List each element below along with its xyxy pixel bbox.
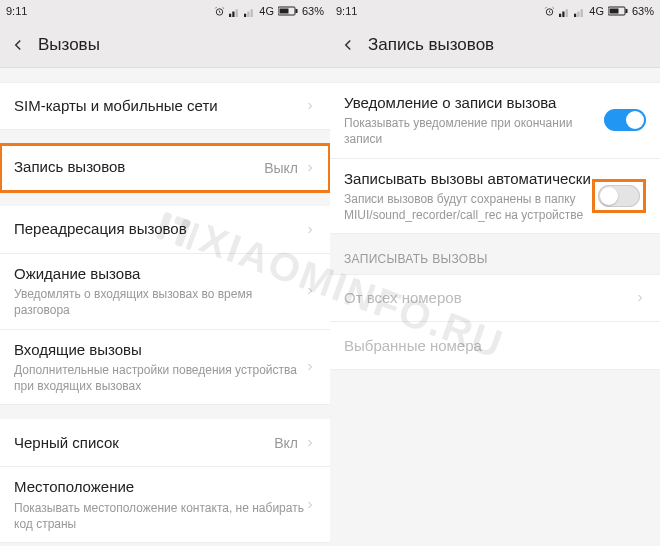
row-title: Местоположение	[14, 477, 304, 497]
svg-rect-4	[244, 13, 246, 16]
status-indicators: 4G 63%	[214, 5, 324, 17]
row-title: Черный список	[14, 433, 274, 453]
row-auto-record[interactable]: Записывать вызовы автоматически Записи в…	[330, 159, 660, 235]
signal-icon	[229, 6, 240, 17]
row-title: Записывать вызовы автоматически	[344, 169, 592, 189]
signal2-icon	[244, 6, 255, 17]
row-title: SIM-карты и мобильные сети	[14, 96, 304, 116]
toggle-auto-record[interactable]	[598, 185, 640, 207]
status-bar: 9:11 4G 63%	[0, 0, 330, 22]
settings-row[interactable]: МестоположениеПоказывать местоположение …	[0, 467, 330, 543]
network-label: 4G	[589, 5, 604, 17]
svg-rect-19	[625, 9, 627, 13]
settings-row[interactable]: Входящие вызовыДополнительные настройки …	[0, 330, 330, 406]
battery-icon	[278, 6, 298, 16]
status-time: 9:11	[336, 5, 357, 17]
svg-rect-15	[578, 11, 580, 17]
title-bar: Запись вызовов	[330, 22, 660, 68]
chevron-right-icon	[304, 361, 316, 373]
signal-icon	[559, 6, 570, 17]
svg-rect-13	[566, 9, 568, 17]
alarm-icon	[214, 6, 225, 17]
chevron-left-icon	[339, 36, 357, 54]
svg-rect-5	[248, 11, 250, 17]
svg-rect-3	[236, 9, 238, 17]
settings-row[interactable]: Запись вызововВыкл	[0, 144, 330, 192]
network-label: 4G	[259, 5, 274, 17]
row-title: Ожидание вызова	[14, 264, 304, 284]
svg-rect-18	[609, 9, 618, 14]
back-button[interactable]	[336, 33, 360, 57]
row-title: От всех номеров	[344, 288, 634, 308]
chevron-right-icon	[304, 224, 316, 236]
svg-rect-8	[279, 9, 288, 14]
svg-rect-9	[295, 9, 297, 13]
settings-row[interactable]: Ожидание вызоваУведомлять о входящих выз…	[0, 254, 330, 330]
battery-icon	[608, 6, 628, 16]
toggle-recording-notification[interactable]	[604, 109, 646, 131]
section-header-record-calls: ЗАПИСЫВАТЬ ВЫЗОВЫ	[330, 234, 660, 274]
chevron-right-icon	[634, 292, 646, 304]
chevron-right-icon	[304, 162, 316, 174]
settings-row[interactable]: SIM-карты и мобильные сети	[0, 82, 330, 130]
svg-rect-14	[574, 13, 576, 16]
chevron-right-icon	[304, 100, 316, 112]
svg-rect-2	[233, 11, 235, 17]
svg-rect-6	[251, 9, 253, 17]
settings-list: SIM-карты и мобильные сетиЗапись вызовов…	[0, 68, 330, 546]
status-time: 9:11	[6, 5, 27, 17]
row-recording-notification[interactable]: Уведомление о записи вызова Показывать у…	[330, 82, 660, 159]
screen-calls: 9:11 4G 63% Вызовы SIM-карты и мобильные…	[0, 0, 330, 546]
battery-pct: 63%	[632, 5, 654, 17]
row-title: Входящие вызовы	[14, 340, 304, 360]
settings-row[interactable]: Черный списокВкл	[0, 419, 330, 467]
chevron-right-icon	[304, 437, 316, 449]
row-selected-numbers[interactable]: Выбранные номера	[330, 322, 660, 370]
row-value: Выкл	[264, 160, 298, 176]
recording-settings: Уведомление о записи вызова Показывать у…	[330, 68, 660, 546]
alarm-icon	[544, 6, 555, 17]
chevron-right-icon	[304, 285, 316, 297]
status-indicators: 4G 63%	[544, 5, 654, 17]
row-title: Запись вызовов	[14, 157, 264, 177]
signal2-icon	[574, 6, 585, 17]
svg-rect-12	[563, 11, 565, 17]
row-from-all-numbers[interactable]: От всех номеров	[330, 274, 660, 322]
row-subtitle: Показывать местоположение контакта, не н…	[14, 500, 304, 532]
row-subtitle: Записи вызовов будут сохранены в папку M…	[344, 191, 592, 223]
battery-pct: 63%	[302, 5, 324, 17]
row-subtitle: Показывать уведомление при окончании зап…	[344, 115, 604, 147]
settings-row[interactable]: Переадресация вызовов	[0, 206, 330, 254]
status-bar: 9:11 4G 63%	[330, 0, 660, 22]
svg-rect-11	[559, 13, 561, 16]
title-bar: Вызовы	[0, 22, 330, 68]
row-title: Уведомление о записи вызова	[344, 93, 604, 113]
page-title: Вызовы	[38, 35, 100, 55]
highlight-box	[592, 179, 646, 213]
svg-rect-16	[581, 9, 583, 17]
row-subtitle: Дополнительные настройки поведения устро…	[14, 362, 304, 394]
screen-call-recording: 9:11 4G 63% Запись вызовов Уведомление о…	[330, 0, 660, 546]
row-value: Вкл	[274, 435, 298, 451]
chevron-right-icon	[304, 499, 316, 511]
row-subtitle: Уведомлять о входящих вызовах во время р…	[14, 286, 304, 318]
row-title: Выбранные номера	[344, 336, 646, 356]
chevron-left-icon	[9, 36, 27, 54]
row-title: Переадресация вызовов	[14, 219, 304, 239]
page-title: Запись вызовов	[368, 35, 494, 55]
svg-rect-1	[229, 13, 231, 16]
back-button[interactable]	[6, 33, 30, 57]
